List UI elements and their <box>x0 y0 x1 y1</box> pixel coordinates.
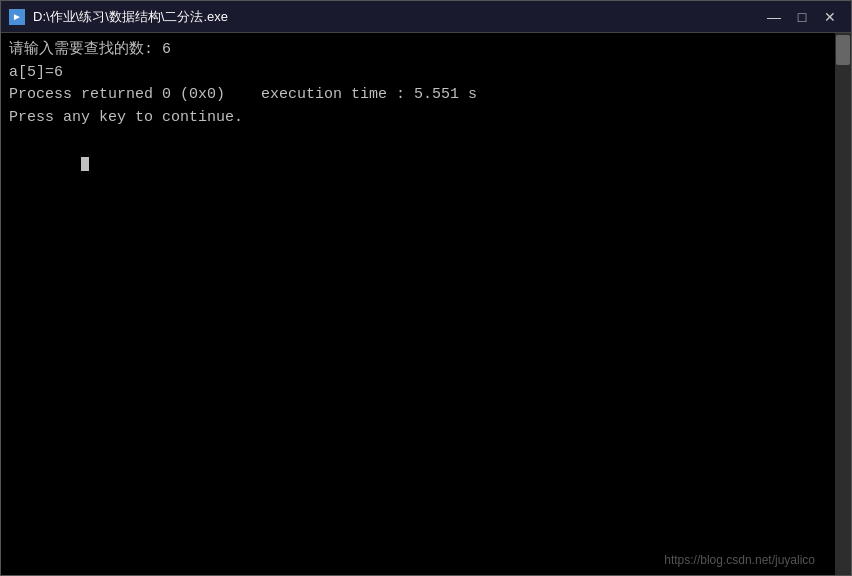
minimize-button[interactable]: — <box>761 7 787 27</box>
terminal[interactable]: 请输入需要查找的数: 6 a[5]=6 Process returned 0 (… <box>1 33 835 575</box>
scrollbar-thumb[interactable] <box>836 35 850 65</box>
window-title: D:\作业\练习\数据结构\二分法.exe <box>33 8 761 26</box>
watermark: https://blog.csdn.net/juyalico <box>664 553 815 567</box>
terminal-line-4: Press any key to continue. <box>9 107 827 130</box>
terminal-cursor <box>81 157 89 171</box>
terminal-cursor-line <box>9 129 827 197</box>
terminal-line-2: a[5]=6 <box>9 62 827 85</box>
scrollbar[interactable] <box>835 33 851 575</box>
title-bar: ► D:\作业\练习\数据结构\二分法.exe — □ ✕ <box>1 1 851 33</box>
window-controls: — □ ✕ <box>761 7 843 27</box>
app-icon: ► <box>9 9 25 25</box>
close-button[interactable]: ✕ <box>817 7 843 27</box>
terminal-line-3: Process returned 0 (0x0) execution time … <box>9 84 827 107</box>
maximize-button[interactable]: □ <box>789 7 815 27</box>
terminal-line-1: 请输入需要查找的数: 6 <box>9 39 827 62</box>
content-area: 请输入需要查找的数: 6 a[5]=6 Process returned 0 (… <box>1 33 851 575</box>
window: ► D:\作业\练习\数据结构\二分法.exe — □ ✕ 请输入需要查找的数:… <box>0 0 852 576</box>
